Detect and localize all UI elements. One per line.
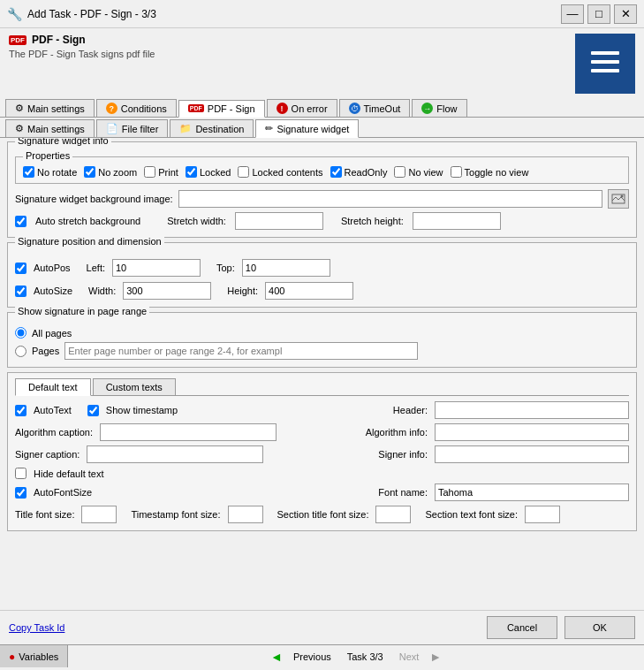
title-bar-left: 🔧 Add Task - PDF - Sign - 3/3 xyxy=(7,7,156,21)
window-title: Add Task - PDF - Sign - 3/3 xyxy=(27,8,156,20)
title-font-size-input[interactable] xyxy=(81,506,117,523)
maximize-button[interactable]: □ xyxy=(587,4,610,24)
tab-signature-widget[interactable]: ✏ Signature widget xyxy=(255,119,359,138)
auto-stretch-checkbox[interactable] xyxy=(15,216,27,227)
tab-conditions-label: Conditions xyxy=(121,103,167,114)
variables-button[interactable]: ● Variables xyxy=(0,645,68,667)
tab-conditions[interactable]: ? Conditions xyxy=(96,99,177,117)
no-rotate-item: No rotate xyxy=(23,166,77,178)
signer-info-label: Signer info: xyxy=(378,449,428,460)
app-icon: 🔧 xyxy=(7,7,22,21)
algorithm-row: Algorithm caption: Algorithm info: xyxy=(15,423,629,441)
all-pages-radio[interactable] xyxy=(15,327,27,339)
tab-main-settings[interactable]: ⚙ Main settings xyxy=(5,99,95,117)
svg-rect-0 xyxy=(591,51,619,55)
pages-input[interactable] xyxy=(64,342,418,360)
stretch-height-input[interactable] xyxy=(413,212,501,230)
next-button[interactable]: Next xyxy=(392,650,427,664)
auto-font-size-checkbox[interactable] xyxy=(15,487,27,499)
tab-on-error[interactable]: ! On error xyxy=(267,99,337,117)
font-name-label: Font name: xyxy=(378,487,428,498)
title-bar-controls: — □ ✕ xyxy=(561,4,637,24)
previous-button[interactable]: Previous xyxy=(286,650,338,664)
section-title-font-size-input[interactable] xyxy=(375,506,411,523)
header-area: PDF PDF - Sign The PDF - Sign Task signs… xyxy=(0,28,644,97)
title-font-size-label: Title font size: xyxy=(15,509,74,520)
pages-radio[interactable] xyxy=(15,346,27,357)
show-timestamp-checkbox[interactable] xyxy=(87,405,99,416)
locked-item: Locked xyxy=(186,166,231,178)
tab-custom-texts[interactable]: Custom texts xyxy=(93,378,176,395)
read-only-checkbox[interactable] xyxy=(330,166,342,178)
algorithm-info-input[interactable] xyxy=(435,423,629,441)
algorithm-caption-label: Algorithm caption: xyxy=(15,427,93,438)
width-input[interactable] xyxy=(123,282,211,300)
hide-default-text-checkbox[interactable] xyxy=(15,468,27,479)
destination-icon: 📁 xyxy=(179,123,192,134)
page-range-section: Show signature in page range All pages P… xyxy=(7,312,637,368)
ok-button[interactable]: OK xyxy=(564,616,635,639)
title-bar: 🔧 Add Task - PDF - Sign - 3/3 — □ ✕ xyxy=(0,0,644,28)
no-zoom-checkbox[interactable] xyxy=(84,166,95,178)
autotext-label: AutoText xyxy=(34,405,72,415)
all-pages-label: All pages xyxy=(32,328,72,339)
locked-checkbox[interactable] xyxy=(186,166,197,178)
no-view-item: No view xyxy=(394,166,443,178)
height-label: Height: xyxy=(227,286,258,296)
tab-timeout[interactable]: ⏱ TimeOut xyxy=(339,99,411,117)
timestamp-font-size-input[interactable] xyxy=(228,506,263,523)
height-input[interactable] xyxy=(265,282,353,300)
task-icon-box xyxy=(575,34,635,94)
header-input[interactable] xyxy=(435,401,629,419)
locked-contents-checkbox[interactable] xyxy=(238,166,249,178)
autopos-label: AutoPos xyxy=(34,263,71,273)
section-text-font-size-input[interactable] xyxy=(525,506,560,523)
font-row: AutoFontSize Font name: xyxy=(15,483,629,501)
task-title-row: PDF PDF - Sign xyxy=(9,34,575,46)
cancel-button[interactable]: Cancel xyxy=(487,616,557,639)
autotext-checkbox[interactable] xyxy=(15,405,27,416)
tab-flow[interactable]: → Flow xyxy=(412,99,466,117)
no-rotate-checkbox[interactable] xyxy=(23,166,34,178)
pdf-sign-icon: PDF xyxy=(9,35,27,45)
signer-caption-input[interactable] xyxy=(87,445,263,463)
tab-default-text[interactable]: Default text xyxy=(15,378,91,396)
bottom-bar: Copy Task Id Cancel OK xyxy=(0,610,644,644)
bg-image-input[interactable] xyxy=(178,190,602,208)
copy-task-id-link[interactable]: Copy Task Id xyxy=(9,622,64,633)
autopos-checkbox[interactable] xyxy=(15,263,27,274)
no-view-checkbox[interactable] xyxy=(394,166,405,178)
pdf-sign-tab-icon: PDF xyxy=(188,104,204,112)
algorithm-info-label: Algorithm info: xyxy=(366,427,428,438)
font-name-input[interactable] xyxy=(435,483,629,501)
top-input[interactable] xyxy=(242,259,330,277)
autosize-checkbox[interactable] xyxy=(15,286,27,297)
toggle-no-view-item: Toggle no view xyxy=(451,166,529,178)
tab-pdf-sign[interactable]: PDF PDF - Sign xyxy=(178,100,265,118)
bottom-buttons: Cancel OK xyxy=(487,616,635,639)
tab-destination[interactable]: 📁 Destination xyxy=(170,119,254,137)
tab-main-settings-2[interactable]: ⚙ Main settings xyxy=(5,119,95,137)
tabs-row2: ⚙ Main settings 📄 File filter 📁 Destinat… xyxy=(0,118,644,138)
locked-contents-item: Locked contents xyxy=(238,166,322,178)
file-filter-icon: 📄 xyxy=(106,123,118,134)
stretch-width-input[interactable] xyxy=(235,212,323,230)
autosize-label: AutoSize xyxy=(34,286,72,296)
svg-rect-2 xyxy=(591,69,619,72)
toggle-no-view-checkbox[interactable] xyxy=(451,166,462,178)
signer-info-input[interactable] xyxy=(435,445,629,463)
algorithm-caption-input[interactable] xyxy=(100,423,277,441)
minimize-button[interactable]: — xyxy=(561,4,584,24)
hide-default-text-row: Hide default text xyxy=(15,468,629,479)
width-label: Width: xyxy=(88,286,116,296)
bg-image-browse-button[interactable] xyxy=(608,189,629,209)
no-view-label: No view xyxy=(408,167,443,178)
close-button[interactable]: ✕ xyxy=(614,4,637,24)
tab-file-filter[interactable]: 📄 File filter xyxy=(96,119,169,137)
print-checkbox[interactable] xyxy=(144,166,155,178)
section-title-font-size-label: Section title font size: xyxy=(277,509,369,520)
autopos-row: AutoPos Left: Top: xyxy=(15,259,629,277)
left-input[interactable] xyxy=(112,259,201,277)
toggle-no-view-label: Toggle no view xyxy=(465,167,529,178)
hide-default-text-label: Hide default text xyxy=(34,468,104,479)
